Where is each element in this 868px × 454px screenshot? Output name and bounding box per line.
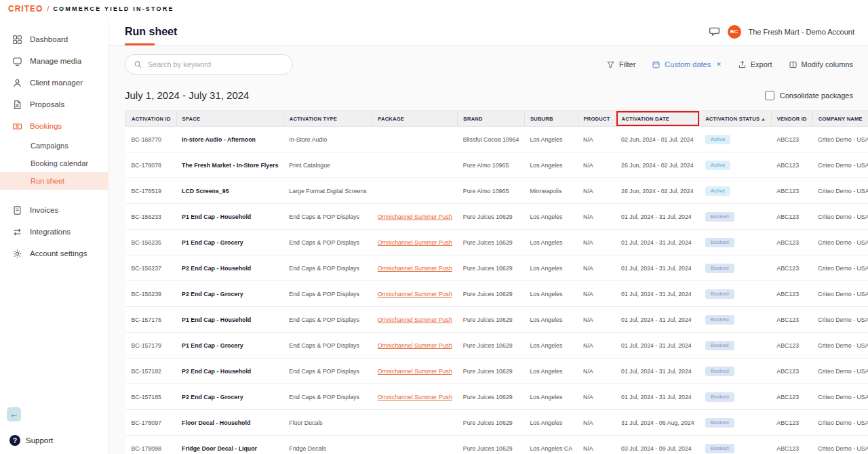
- sidebar-item-booking-calendar[interactable]: Booking calendar: [0, 154, 108, 172]
- arrows-icon: [12, 226, 22, 237]
- table-row[interactable]: BC-178078The Fresh Market - In-Store Fly…: [126, 152, 868, 178]
- table-row[interactable]: BC-157176P1 End Cap - HouseholdEnd Caps …: [126, 307, 868, 333]
- cell-package: [372, 178, 458, 204]
- cell-package: [372, 436, 458, 454]
- cell-brand: Pure Juices 10629: [458, 410, 525, 436]
- column-header-vendor_id[interactable]: VENDOR ID: [771, 111, 812, 127]
- column-label: PRODUCT: [584, 116, 610, 122]
- sidebar-item-label: Manage media: [30, 57, 81, 65]
- status-badge: Booked: [705, 392, 734, 402]
- column-header-suburb[interactable]: SUBURB: [524, 111, 578, 127]
- consolidate-packages-toggle[interactable]: Consolidate packages: [765, 91, 853, 100]
- cell-space: P2 End Cap - Grocery: [176, 384, 283, 410]
- table-row[interactable]: BC-178098Fridge Door Decal - LiquorFridg…: [126, 436, 868, 454]
- sidebar-item-bookings[interactable]: Bookings: [0, 115, 108, 137]
- package-link[interactable]: Omnichannel Summer Push: [378, 316, 452, 323]
- table-row[interactable]: BC-156235P1 End Cap - GroceryEnd Caps & …: [126, 230, 868, 255]
- filter-button[interactable]: Filter: [606, 60, 635, 69]
- package-link[interactable]: Omnichannel Summer Push: [378, 213, 452, 220]
- modify-columns-button[interactable]: Modify columns: [789, 60, 853, 69]
- sidebar-item-run-sheet[interactable]: Run sheet: [0, 172, 108, 190]
- table-row[interactable]: BC-157182P2 End Cap - HouseholdEnd Caps …: [126, 358, 868, 384]
- package-link[interactable]: Omnichannel Summer Push: [378, 239, 452, 246]
- cell-suburb: Los Angeles: [524, 410, 578, 436]
- search-box: [125, 54, 293, 75]
- cell-product: N/A: [578, 230, 616, 255]
- column-label: SUBURB: [530, 116, 553, 122]
- package-link[interactable]: Omnichannel Summer Push: [378, 394, 452, 400]
- cell-activation_type: Fridge Decals: [283, 436, 372, 454]
- cell-activation_id: BC-157176: [126, 307, 177, 333]
- custom-dates-chip[interactable]: Custom dates ✕: [652, 60, 721, 69]
- avatar[interactable]: BC: [728, 25, 741, 39]
- column-header-package[interactable]: PACKAGE: [372, 111, 458, 127]
- cell-space: P1 End Cap - Grocery: [176, 333, 283, 358]
- cell-activation_status: Booked: [700, 436, 772, 454]
- table-row[interactable]: BC-157179P1 End Cap - GroceryEnd Caps & …: [126, 333, 868, 358]
- cell-suburb: Los Angeles CA: [524, 436, 578, 454]
- cell-activation_type: End Caps & POP Displays: [283, 358, 372, 384]
- cell-activation_id: BC-156237: [126, 255, 177, 281]
- calendar-icon: [652, 60, 660, 69]
- cell-space: P1 End Cap - Grocery: [176, 230, 283, 255]
- table-row[interactable]: BC-157185P2 End Cap - GroceryEnd Caps & …: [126, 384, 868, 410]
- cell-activation_type: Print Catalogue: [283, 152, 372, 178]
- cell-package: Omnichannel Summer Push: [372, 358, 458, 384]
- column-header-activation_id[interactable]: ACTIVATION ID: [126, 111, 177, 127]
- column-header-brand[interactable]: BRAND: [458, 111, 525, 127]
- column-label: BRAND: [463, 116, 482, 122]
- table-row[interactable]: BC-168770In-store Audio - AfternoonIn-St…: [126, 127, 868, 152]
- table-row[interactable]: BC-156233P1 End Cap - HouseholdEnd Caps …: [126, 204, 868, 230]
- status-badge: Booked: [705, 264, 734, 273]
- sidebar-item-client-manager[interactable]: Client manager: [0, 72, 108, 94]
- cell-suburb: Los Angeles: [524, 255, 578, 281]
- column-header-product[interactable]: PRODUCT: [578, 111, 616, 127]
- cell-activation_type: End Caps & POP Displays: [283, 384, 372, 410]
- column-header-activation_status[interactable]: ACTIVATION STATUS▲: [700, 111, 772, 127]
- column-header-company_name[interactable]: COMPANY NAME: [812, 111, 868, 127]
- cell-space: In-store Audio - Afternoon: [176, 127, 283, 152]
- cell-company_name: Criteo Demo - USA: [812, 307, 868, 333]
- cell-activation_type: End Caps & POP Displays: [283, 333, 372, 358]
- package-link[interactable]: Omnichannel Summer Push: [378, 342, 452, 349]
- cell-company_name: Criteo Demo - USA: [812, 127, 868, 152]
- cell-product: N/A: [578, 307, 616, 333]
- package-link[interactable]: Omnichannel Summer Push: [378, 265, 452, 272]
- table-row[interactable]: BC-178519LCD Screens_95Large Format Digi…: [126, 178, 868, 204]
- sidebar-item-campaigns[interactable]: Campaigns: [0, 137, 108, 154]
- cell-vendor_id: ABC123: [771, 204, 812, 230]
- sidebar: Dashboard Manage media Client manager Pr…: [0, 18, 108, 454]
- package-link[interactable]: Omnichannel Summer Push: [378, 368, 452, 375]
- cell-vendor_id: ABC123: [771, 436, 812, 454]
- export-button[interactable]: Export: [738, 60, 772, 69]
- collapse-sidebar-button[interactable]: ←: [7, 407, 21, 421]
- sidebar-item-account-settings[interactable]: Account settings: [0, 243, 108, 264]
- column-header-activation_date[interactable]: ACTIVATION DATE: [616, 111, 700, 127]
- cell-activation_date: 01 Jul, 2024 - 31 Jul, 2024: [616, 230, 700, 255]
- status-badge: Booked: [705, 238, 734, 247]
- table-row[interactable]: BC-156237P2 End Cap - HouseholdEnd Caps …: [126, 255, 868, 281]
- column-label: COMPANY NAME: [818, 116, 863, 122]
- column-header-activation_type[interactable]: ACTIVATION TYPE: [283, 111, 372, 127]
- table-row[interactable]: BC-156239P2 End Cap - GroceryEnd Caps & …: [126, 281, 868, 307]
- table-row[interactable]: BC-178097Floor Decal - HouseholdFloor De…: [126, 410, 868, 436]
- cell-vendor_id: ABC123: [771, 410, 812, 436]
- column-header-space[interactable]: SPACE: [176, 111, 283, 127]
- cell-activation_status: Booked: [700, 384, 772, 410]
- search-input[interactable]: [148, 60, 284, 68]
- sidebar-item-proposals[interactable]: Proposals: [0, 94, 108, 115]
- cell-activation_date: 01 Jul, 2024 - 31 Jul, 2024: [616, 358, 700, 384]
- sidebar-item-invoices[interactable]: Invoices: [0, 199, 108, 221]
- brand-divider: /: [47, 5, 49, 13]
- sidebar-item-integrations[interactable]: Integrations: [0, 221, 108, 243]
- package-link[interactable]: Omnichannel Summer Push: [378, 291, 452, 297]
- sidebar-item-dashboard[interactable]: Dashboard: [0, 28, 108, 50]
- support-button[interactable]: ? Support: [9, 435, 53, 446]
- remove-dates-icon[interactable]: ✕: [716, 61, 722, 68]
- feedback-bubble-icon[interactable]: [709, 26, 720, 37]
- consolidate-checkbox[interactable]: [765, 91, 774, 100]
- sidebar-item-manage-media[interactable]: Manage media: [0, 50, 108, 72]
- table-body: BC-168770In-store Audio - AfternoonIn-St…: [126, 127, 868, 454]
- account-name[interactable]: The Fresh Mart - Demo Account: [749, 28, 855, 36]
- status-badge: Booked: [705, 444, 734, 453]
